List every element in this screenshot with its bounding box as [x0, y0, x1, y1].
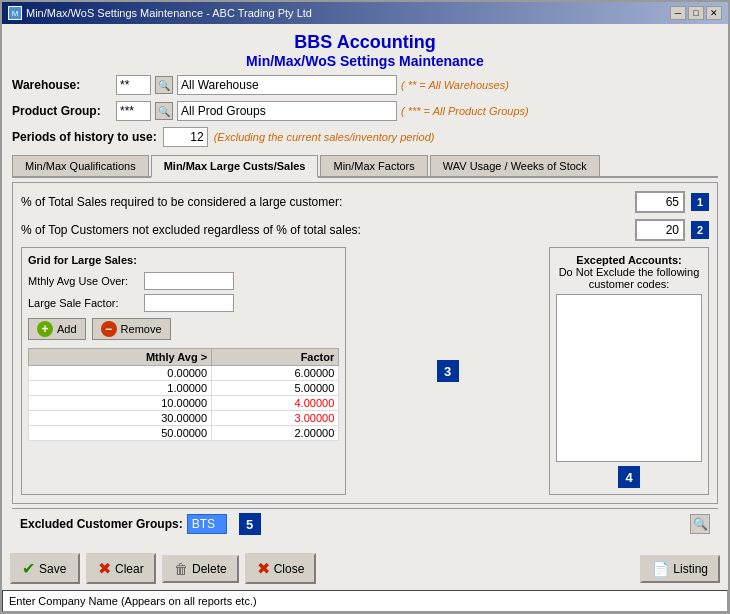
clear-icon: ✖ — [98, 559, 111, 578]
badge-3: 3 — [437, 360, 459, 382]
pct-top-label: % of Top Customers not excluded regardle… — [21, 223, 629, 237]
main-panel: % of Total Sales required to be consider… — [12, 182, 718, 504]
pct-total-row: % of Total Sales required to be consider… — [21, 191, 709, 213]
app-header: BBS Accounting Min/Max/WoS Settings Main… — [12, 32, 718, 69]
add-label: Add — [57, 323, 77, 335]
large-sale-input[interactable] — [144, 294, 234, 312]
warehouse-hint: ( ** = All Warehouses) — [401, 79, 509, 91]
periods-input[interactable] — [163, 127, 208, 147]
window-title: Min/Max/WoS Settings Maintenance - ABC T… — [26, 7, 312, 19]
excepted-list[interactable] — [556, 294, 702, 462]
large-sale-label: Large Sale Factor: — [28, 297, 138, 309]
excepted-subtitle: Do Not Exclude the following customer co… — [556, 266, 702, 290]
app-icon: M — [8, 6, 22, 20]
minimize-button[interactable]: ─ — [670, 6, 686, 20]
listing-label: Listing — [673, 562, 708, 576]
table-row: 50.000002.00000 — [29, 426, 339, 441]
grid-middle: 3 — [354, 247, 541, 495]
table-row: 10.000004.00000 — [29, 396, 339, 411]
close-label: Close — [274, 562, 305, 576]
badge-4: 4 — [618, 466, 640, 488]
remove-button[interactable]: − Remove — [92, 318, 171, 340]
save-icon: ✔ — [22, 559, 35, 578]
listing-button[interactable]: 📄 Listing — [640, 555, 720, 583]
clear-button[interactable]: ✖ Clear — [86, 553, 156, 584]
add-button[interactable]: + Add — [28, 318, 86, 340]
tab-wav-usage[interactable]: WAV Usage / Weeks of Stock — [430, 155, 600, 176]
badge-5: 5 — [239, 513, 261, 535]
tab-min-max-factors[interactable]: Min/Max Factors — [320, 155, 427, 176]
bottom-bar: Excluded Customer Groups: 5 🔍 — [12, 508, 718, 539]
warehouse-label: Warehouse: — [12, 78, 112, 92]
product-group-search-button[interactable]: 🔍 — [155, 102, 173, 120]
col-mthly-avg: Mthly Avg > — [29, 349, 212, 366]
table-row: 1.000005.00000 — [29, 381, 339, 396]
mthly-avg-label: Mthly Avg Use Over: — [28, 275, 138, 287]
periods-hint: (Excluding the current sales/inventory p… — [214, 131, 435, 143]
tab-min-max-large-custs[interactable]: Min/Max Large Custs/Sales — [151, 155, 319, 178]
warehouse-row: Warehouse: 🔍 ( ** = All Warehouses) — [12, 75, 718, 95]
periods-row: Periods of history to use: (Excluding th… — [12, 127, 718, 147]
mthly-avg-row: Mthly Avg Use Over: — [28, 272, 339, 290]
title-bar: M Min/Max/WoS Settings Maintenance - ABC… — [2, 2, 728, 24]
listing-icon: 📄 — [652, 561, 669, 577]
pct-top-input[interactable] — [635, 219, 685, 241]
close-icon: ✖ — [257, 559, 270, 578]
table-row: 0.000006.00000 — [29, 366, 339, 381]
close-button[interactable]: ✕ — [706, 6, 722, 20]
pct-total-label: % of Total Sales required to be consider… — [21, 195, 629, 209]
status-bar: Enter Company Name (Appears on all repor… — [2, 590, 728, 612]
content-area: BBS Accounting Min/Max/WoS Settings Main… — [2, 24, 728, 547]
status-text: Enter Company Name (Appears on all repor… — [9, 595, 257, 607]
remove-icon: − — [101, 321, 117, 337]
save-label: Save — [39, 562, 66, 576]
clear-label: Clear — [115, 562, 144, 576]
excepted-title: Excepted Accounts: — [556, 254, 702, 266]
delete-button[interactable]: 🗑 Delete — [162, 555, 239, 583]
warehouse-search-button[interactable]: 🔍 — [155, 76, 173, 94]
badge-1: 1 — [691, 193, 709, 211]
pct-top-row: % of Top Customers not excluded regardle… — [21, 219, 709, 241]
app-sub-title: Min/Max/WoS Settings Maintenance — [12, 53, 718, 69]
add-remove-row: + Add − Remove — [28, 318, 339, 340]
grid-section: Grid for Large Sales: Mthly Avg Use Over… — [21, 247, 346, 495]
col-factor: Factor — [212, 349, 339, 366]
product-group-label: Product Group: — [12, 104, 112, 118]
tabs-row: Min/Max Qualifications Min/Max Large Cus… — [12, 155, 718, 178]
excl-group-input[interactable] — [187, 514, 227, 534]
excepted-section: Excepted Accounts: Do Not Exclude the fo… — [549, 247, 709, 495]
table-row: 30.000003.00000 — [29, 411, 339, 426]
main-window: M Min/Max/WoS Settings Maintenance - ABC… — [0, 0, 730, 614]
product-group-value-input[interactable] — [177, 101, 397, 121]
large-sale-row: Large Sale Factor: — [28, 294, 339, 312]
grid-table: Mthly Avg > Factor 0.000006.000001.00000… — [28, 348, 339, 441]
app-main-title: BBS Accounting — [12, 32, 718, 53]
product-group-code-input[interactable] — [116, 101, 151, 121]
remove-label: Remove — [121, 323, 162, 335]
save-button[interactable]: ✔ Save — [10, 553, 80, 584]
periods-label: Periods of history to use: — [12, 130, 157, 144]
excl-search-button[interactable]: 🔍 — [690, 514, 710, 534]
maximize-button[interactable]: □ — [688, 6, 704, 20]
excl-group-label: Excluded Customer Groups: — [20, 517, 183, 531]
tab-min-max-qualifications[interactable]: Min/Max Qualifications — [12, 155, 149, 176]
close-button-footer[interactable]: ✖ Close — [245, 553, 317, 584]
delete-icon: 🗑 — [174, 561, 188, 577]
product-group-row: Product Group: 🔍 ( *** = All Product Gro… — [12, 101, 718, 121]
grid-section-title: Grid for Large Sales: — [28, 254, 339, 266]
add-icon: + — [37, 321, 53, 337]
lower-panel: Grid for Large Sales: Mthly Avg Use Over… — [21, 247, 709, 495]
delete-label: Delete — [192, 562, 227, 576]
warehouse-value-input[interactable] — [177, 75, 397, 95]
footer-buttons: ✔ Save ✖ Clear 🗑 Delete ✖ Close 📄 Listin… — [2, 547, 728, 590]
mthly-avg-input[interactable] — [144, 272, 234, 290]
title-bar-controls: ─ □ ✕ — [670, 6, 722, 20]
warehouse-code-input[interactable] — [116, 75, 151, 95]
badge-2: 2 — [691, 221, 709, 239]
title-bar-left: M Min/Max/WoS Settings Maintenance - ABC… — [8, 6, 312, 20]
pct-total-input[interactable] — [635, 191, 685, 213]
product-group-hint: ( *** = All Product Groups) — [401, 105, 529, 117]
